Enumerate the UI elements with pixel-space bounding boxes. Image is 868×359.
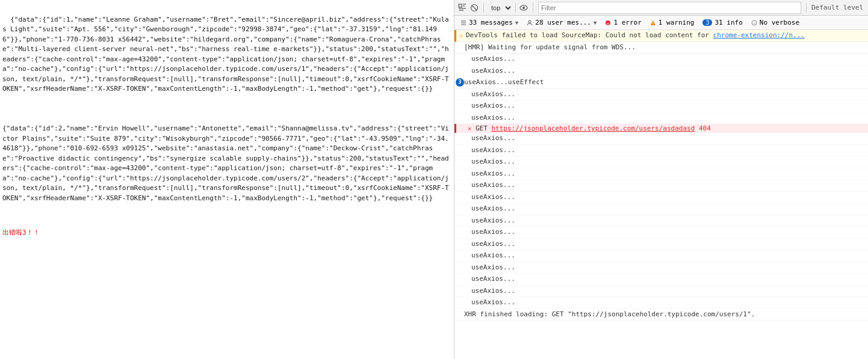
error-icon: ✕	[466, 125, 473, 132]
devtools-toolbar: top Default level	[454, 0, 868, 16]
main-content-panel: {"data":{"id":1,"name":"Leanne Graham","…	[0, 0, 454, 359]
json-block-2-text: {"data":{"id":2,"name":"Ervin Howell","u…	[2, 124, 449, 202]
filter-input[interactable]	[538, 2, 801, 14]
filter-user-messages[interactable]: 28 user mes... ▼	[523, 17, 600, 28]
error-message: 出错啦3！！	[2, 228, 451, 238]
status-code: 404	[699, 124, 711, 132]
console-message-useaxios-g2: useAxios...	[454, 145, 868, 157]
console-message-useaxios-g7: useAxios...	[454, 203, 868, 215]
warning-icon: ⚠	[457, 31, 465, 38]
console-messages-area[interactable]: ⚠ DevTools failed to load SourceMap: Cou…	[454, 30, 868, 359]
user-messages-label: 28 user mes...	[535, 19, 591, 26]
inspect-element-icon[interactable]	[457, 2, 468, 13]
console-message-useaxios-g12: useAxios...	[454, 262, 868, 274]
xhr-finished-text: XHR finished loading: GET "https://jsonp…	[464, 310, 866, 320]
console-message-hmr: [HMR] Waiting for update signal from WDS…	[454, 42, 868, 54]
toolbar-separator-4	[806, 3, 807, 13]
svg-point-12	[529, 20, 531, 23]
console-message-xhr-finished: XHR finished loading: GET "https://jsonp…	[454, 309, 868, 321]
console-message-useaxios-g15: useAxios...	[454, 297, 868, 309]
toolbar-separator-2	[515, 3, 516, 13]
console-message-useaxios-g5: useAxios...	[454, 180, 868, 192]
useaxios-4-text: useAxios...	[471, 101, 866, 111]
devtools-warning-text: DevTools failed to load SourceMap: Could…	[466, 31, 866, 41]
info-badge: 3	[702, 19, 712, 26]
chrome-extension-link[interactable]: chrome-extension://n...	[713, 31, 805, 39]
console-message-useaxios-g6: useAxios...	[454, 192, 868, 204]
svg-text:!: !	[652, 21, 654, 26]
svg-rect-0	[459, 4, 462, 7]
default-level-label: Default level	[809, 4, 866, 11]
useaxios-3-text: useAxios...	[471, 90, 866, 100]
all-messages-arrow: ▼	[515, 20, 518, 26]
filter-info[interactable]: 3 31 info	[699, 17, 746, 28]
warning-label: 1 warning	[659, 19, 695, 26]
eye-icon[interactable]	[518, 2, 529, 13]
user-messages-arrow: ▼	[594, 20, 597, 26]
console-message-useaxios-3: useAxios...	[454, 89, 868, 101]
useaxios-2-text: useAxios...	[471, 66, 866, 76]
filter-errors[interactable]: ✕ 1 error	[601, 17, 645, 28]
error-label: 1 error	[613, 19, 641, 26]
svg-text:✕: ✕	[607, 20, 610, 26]
filter-warnings[interactable]: ! 1 warning	[646, 17, 698, 28]
info-count-badge: 3	[456, 78, 464, 87]
console-message-useaxios-5: useAxios...	[454, 112, 868, 124]
console-message-get-error: ✕ GET https://jsonplaceholder.typicode.c…	[454, 124, 868, 133]
console-message-useaxios-1: useAxios...	[454, 54, 868, 66]
console-message-useaxios-g3: useAxios...	[454, 156, 868, 168]
toolbar-separator-1	[483, 3, 484, 13]
toolbar-separator-3	[533, 3, 533, 13]
console-message-useaxios-g9: useAxios...	[454, 227, 868, 239]
console-message-useaxios-g1: useAxios...	[454, 133, 868, 145]
filter-verbose[interactable]: – No verbose	[748, 17, 803, 28]
error-url-link[interactable]: https://jsonplaceholder.typicode.com/use…	[492, 124, 695, 132]
filter-bar: 33 messages ▼ 28 user mes... ▼ ✕ 1 error…	[454, 16, 868, 30]
useaxios-effect-text: useAxios...useEffect	[464, 78, 866, 88]
useaxios-1-text: useAxios...	[471, 54, 866, 64]
console-message-useaxios-g10: useAxios...	[454, 239, 868, 251]
console-message-useaxios-4: useAxios...	[454, 100, 868, 112]
console-message-useaxios-g11: useAxios...	[454, 250, 868, 262]
svg-point-8	[522, 7, 525, 9]
console-message-useaxios-effect: 3 useAxios...useEffect	[454, 77, 868, 89]
filter-all-messages[interactable]: 33 messages ▼	[457, 17, 522, 28]
block-icon[interactable]	[469, 2, 480, 13]
json-block-1: {"data":{"id":1,"name":"Leanne Graham","…	[2, 16, 449, 93]
console-message-useaxios-g13: useAxios...	[454, 274, 868, 286]
hmr-text: [HMR] Waiting for update signal from WDS…	[464, 43, 866, 53]
context-selector[interactable]: top	[486, 2, 513, 13]
useaxios-5-text: useAxios...	[471, 113, 866, 123]
get-error-text: GET https://jsonplaceholder.typicode.com…	[476, 124, 866, 132]
console-message-useaxios-g8: useAxios...	[454, 215, 868, 227]
console-message-devtools-warning: ⚠ DevTools failed to load SourceMap: Cou…	[454, 30, 868, 42]
console-message-useaxios-2: useAxios...	[454, 66, 868, 78]
verbose-label: No verbose	[760, 19, 799, 26]
svg-line-6	[472, 5, 477, 10]
all-messages-label: 33 messages	[469, 19, 513, 26]
console-message-useaxios-g14: useAxios...	[454, 286, 868, 298]
devtools-panel: top Default level 33 messages ▼ 28 user …	[454, 0, 868, 359]
console-message-useaxios-g4: useAxios...	[454, 168, 868, 180]
info-label: 31 info	[715, 19, 742, 26]
